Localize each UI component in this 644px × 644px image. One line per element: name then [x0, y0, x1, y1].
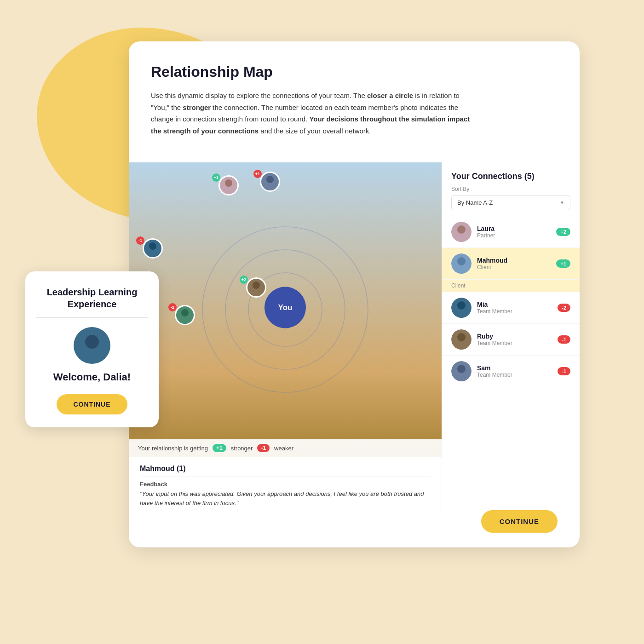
- connections-header: Your Connections (5) Sort By By Name A-Z…: [442, 162, 580, 216]
- map-avatar-ruby: [246, 277, 266, 298]
- feedback-quote: "Your input on this was appreciated. Giv…: [140, 489, 431, 507]
- connection-info-laura: Laura Partner: [477, 225, 551, 239]
- weaker-badge: -1: [257, 444, 270, 452]
- connection-info-ruby: Ruby Team Member: [477, 333, 552, 346]
- dropdown-arrow-icon: ▼: [560, 200, 564, 205]
- svg-point-29: [85, 335, 99, 349]
- map-avatar-laura: [218, 175, 239, 196]
- connection-name-laura: Laura: [477, 225, 551, 232]
- welcome-greeting: Welcome, Dalia!: [53, 371, 131, 383]
- avatar-mahmoud: [451, 253, 472, 274]
- svg-point-3: [225, 179, 232, 187]
- connection-badge-ruby: -1: [558, 335, 570, 344]
- content-area: You +1 +1: [129, 162, 580, 512]
- avatar-laura: [451, 222, 472, 242]
- legend-bar: Your relationship is getting +1 stronger…: [129, 439, 442, 457]
- connection-role-ruby: Team Member: [477, 340, 552, 346]
- connection-name-mia: Mia: [477, 301, 552, 308]
- you-circle: You: [264, 287, 306, 328]
- map-circles: You +1 +1: [129, 162, 442, 457]
- connection-item-mahmoud[interactable]: Mahmoud Client +1: [442, 248, 580, 280]
- connection-badge-mia: -2: [558, 304, 570, 312]
- connection-role-mahmoud: Client: [477, 264, 551, 270]
- connection-info-mahmoud: Mahmoud Client: [477, 257, 551, 270]
- connection-info-mia: Mia Team Member: [477, 301, 552, 315]
- connection-item-ruby[interactable]: Ruby Team Member -1: [442, 324, 580, 356]
- feedback-label: Feedback: [140, 481, 431, 488]
- connections-panel: Your Connections (5) Sort By By Name A-Z…: [442, 162, 580, 512]
- connection-badge-laura: +2: [556, 228, 570, 236]
- welcome-app-title: Leadership Learning Experience: [36, 286, 148, 310]
- svg-point-5: [266, 176, 274, 183]
- connection-item-laura[interactable]: Laura Partner +2: [442, 216, 580, 248]
- page-title: Relationship Map: [151, 63, 558, 80]
- stronger-label: stronger: [231, 445, 253, 452]
- sort-dropdown[interactable]: By Name A-Z ▼: [451, 195, 570, 210]
- svg-point-9: [253, 282, 260, 289]
- connection-item-mia[interactable]: Mia Team Member -2: [442, 292, 580, 324]
- welcome-divider: [36, 317, 148, 318]
- connections-title: Your Connections (5): [451, 172, 570, 181]
- svg-point-26: [457, 365, 466, 373]
- main-card: Relationship Map Use this dynamic displa…: [129, 41, 580, 547]
- stronger-badge: +1: [213, 444, 226, 452]
- weaker-label: weaker: [274, 445, 293, 452]
- welcome-card: Leadership Learning Experience Welcome, …: [25, 271, 159, 427]
- connection-name-ruby: Ruby: [477, 333, 552, 340]
- connection-role-sam: Team Member: [477, 372, 552, 378]
- feedback-person: Mahmoud (1): [140, 465, 431, 473]
- main-continue-button[interactable]: CONTINUE: [481, 510, 558, 533]
- avatar-sam: [451, 361, 472, 381]
- relationship-map: You +1 +1: [129, 162, 442, 512]
- svg-point-8: [147, 251, 159, 257]
- svg-point-10: [250, 290, 262, 296]
- connection-info-sam: Sam Team Member: [477, 364, 552, 378]
- svg-point-12: [179, 318, 191, 324]
- welcome-avatar: [74, 327, 110, 364]
- svg-point-14: [457, 225, 466, 234]
- connection-role-mia: Team Member: [477, 308, 552, 315]
- svg-point-6: [264, 184, 276, 190]
- connection-name-mahmoud: Mahmoud: [477, 257, 551, 264]
- connection-badge-sam: -1: [558, 367, 570, 375]
- connection-role-laura: Partner: [477, 232, 551, 239]
- sort-value: By Name A-Z: [457, 199, 493, 206]
- legend-text: Your relationship is getting: [138, 445, 208, 452]
- map-avatar-dalia: [175, 305, 195, 325]
- welcome-continue-button[interactable]: CONTINUE: [57, 394, 127, 414]
- feedback-section: Mahmoud (1) Feedback "Your input on this…: [129, 457, 442, 512]
- avatar-mia: [451, 298, 472, 318]
- connection-name-sam: Sam: [477, 364, 552, 372]
- map-avatar-mia: [143, 238, 163, 259]
- connections-list: Laura Partner +2 Mahmoud Client +1: [442, 216, 580, 512]
- svg-point-17: [457, 257, 466, 265]
- svg-point-11: [181, 309, 189, 316]
- map-avatar-sam: [260, 172, 280, 192]
- svg-point-20: [457, 301, 466, 310]
- connection-item-sam[interactable]: Sam Team Member -1: [442, 356, 580, 387]
- sort-label: Sort By: [451, 186, 570, 192]
- connection-badge-mahmoud: +1: [556, 259, 570, 268]
- svg-point-23: [457, 333, 466, 341]
- avatar-ruby: [451, 329, 472, 350]
- client-tag: Client: [442, 280, 580, 292]
- svg-point-7: [149, 242, 156, 250]
- page-description: Use this dynamic display to explore the …: [151, 90, 473, 137]
- svg-point-4: [223, 188, 235, 194]
